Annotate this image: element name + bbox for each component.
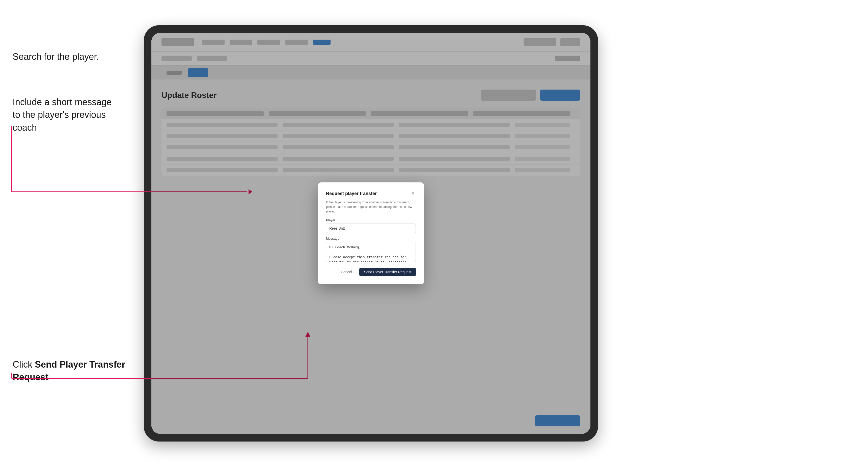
message-textarea[interactable]: Hi Coach McHarg, Please accept this tran… bbox=[326, 242, 416, 262]
player-field-label: Player bbox=[326, 218, 416, 222]
transfer-request-modal: Request player transfer ✕ If the player … bbox=[318, 182, 424, 284]
tablet-device: Update Roster bbox=[144, 25, 598, 441]
modal-footer: Cancel Send Player Transfer Request bbox=[326, 268, 416, 276]
modal-close-button[interactable]: ✕ bbox=[410, 190, 416, 196]
player-search-input[interactable] bbox=[326, 223, 416, 233]
message-field-label: Message bbox=[326, 237, 416, 241]
modal-description: If the player is transferring from anoth… bbox=[326, 200, 416, 214]
cancel-button[interactable]: Cancel bbox=[336, 268, 356, 276]
modal-title: Request player transfer bbox=[326, 191, 377, 196]
annotation-step3: Click Send Player Transfer Request bbox=[12, 358, 134, 384]
annotation-step1: Search for the player. bbox=[12, 51, 99, 63]
modal-overlay: Request player transfer ✕ If the player … bbox=[151, 33, 590, 434]
annotation-step2: Include a short message to the player's … bbox=[12, 96, 134, 134]
tablet-screen: Update Roster bbox=[151, 33, 590, 434]
send-player-transfer-request-button[interactable]: Send Player Transfer Request bbox=[359, 268, 416, 276]
modal-header: Request player transfer ✕ bbox=[326, 190, 416, 196]
tablet-outer-frame: Update Roster bbox=[144, 25, 598, 441]
